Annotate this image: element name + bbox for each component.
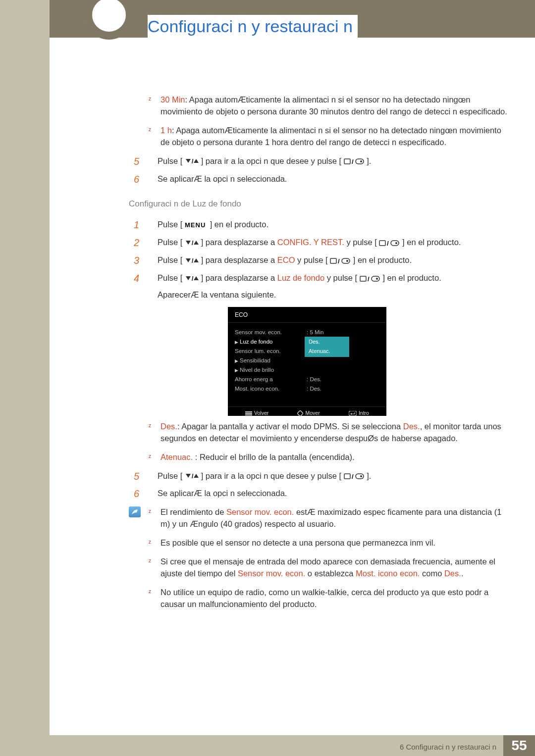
osd-row-label: Sensor lum. econ. — [235, 346, 307, 356]
step-number: 4 — [134, 271, 139, 286]
text: ] en el producto. — [382, 273, 441, 282]
svg-marker-15 — [186, 258, 191, 262]
svg-text:/: / — [352, 158, 354, 165]
text: ] para desplazarse a — [201, 238, 277, 247]
enter-source-icon: / — [344, 472, 365, 480]
text: ] en el producto. — [210, 220, 268, 229]
osd-row-label: ▶Nivel de brillo — [235, 365, 307, 375]
up-down-icon: / — [185, 158, 199, 165]
osd-row: ▶Luz de fondoDes. — [235, 337, 379, 347]
text: Pulse [ — [158, 273, 182, 282]
text: ] en el producto. — [402, 238, 461, 247]
bullet-mark: z — [149, 96, 151, 103]
osd-body: Sensor mov. econ.: 5 Min▶Luz de fondoDes… — [228, 323, 386, 407]
svg-point-14 — [395, 242, 397, 244]
text: ] para ir a la opci n que desee y pulse … — [201, 156, 341, 165]
osd-row-value: : Des. — [307, 374, 321, 385]
svg-rect-13 — [391, 241, 399, 246]
label: 30 Min — [160, 95, 185, 104]
text: Pulse [ — [158, 220, 182, 229]
osd-row-label: Ahorro energ a — [235, 374, 307, 385]
text: El rendimiento de — [160, 507, 226, 516]
svg-rect-5 — [356, 159, 364, 164]
svg-marker-10 — [194, 241, 199, 245]
osd-move: Mover — [297, 409, 320, 417]
svg-marker-8 — [186, 241, 191, 245]
label: Atenuac. — [160, 453, 193, 461]
text: ] para desplazarse a — [201, 255, 277, 264]
step-6b: 6 Se aplicarÆ la opci n seleccionada. — [129, 488, 510, 500]
step-6: 6 Se aplicarÆ la opci n seleccionada. — [129, 173, 510, 185]
text: ]. — [367, 156, 371, 165]
osd-row: Ahorro energ a: Des. — [235, 375, 379, 384]
osd-footer: Volver Mover Intro — [228, 407, 386, 419]
backlight-step-2: 2 Pulse [ / ] para desplazarse a CONFIG.… — [129, 237, 510, 249]
bullet-mark: z — [149, 126, 151, 134]
bullet-mark: z — [149, 508, 151, 515]
footer-chapter: 6 Configuraci n y restauraci n — [400, 743, 496, 751]
up-down-icon: / — [185, 275, 199, 282]
enter-icon — [349, 411, 357, 416]
svg-marker-24 — [194, 276, 199, 280]
osd-row-label: Most. icono econ. — [235, 384, 307, 394]
svg-rect-40 — [356, 474, 364, 479]
svg-text:/: / — [192, 257, 194, 264]
bullet-atenuac: z Atenuac. : Reducir el brillo de la pan… — [129, 452, 510, 463]
text: y pulse [ — [324, 273, 357, 282]
osd-enter: Intro — [349, 409, 369, 417]
text: Se aplicarÆ la opci n seleccionada. — [158, 174, 287, 183]
svg-rect-11 — [379, 241, 385, 246]
bullet-mark: z — [149, 557, 151, 565]
svg-marker-32 — [297, 410, 303, 416]
text: ] para desplazarse a — [201, 273, 277, 282]
label: Volver — [254, 409, 268, 417]
bullet-mark: z — [149, 588, 151, 596]
note-item: zNo utilice un equipo de radio, como un … — [129, 587, 510, 610]
text: o establezca — [305, 569, 356, 578]
osd-row-label: Sensor mov. econ. — [235, 327, 307, 338]
red-text: Des. — [403, 422, 420, 431]
enter-source-icon: / — [379, 239, 400, 247]
red-text: CONFIG. Y REST. — [277, 238, 344, 247]
svg-point-41 — [360, 475, 362, 477]
label: Des. — [160, 422, 177, 431]
text: : Apagar la pantalla y activar el modo D… — [177, 422, 403, 431]
svg-text:/: / — [387, 240, 389, 247]
note-block: zEl rendimiento de Sensor mov. econ. est… — [129, 506, 510, 610]
bullet-mark: z — [149, 453, 151, 460]
notes-list: zEl rendimiento de Sensor mov. econ. est… — [129, 506, 510, 610]
backlight-step-3: 3 Pulse [ / ] para desplazarse a ECO y p… — [129, 254, 510, 266]
svg-rect-38 — [344, 474, 350, 479]
osd-row: Most. icono econ.: Des. — [235, 384, 379, 394]
section-heading: Configuraci n de Luz de fondo — [129, 198, 510, 210]
text: Es posible que el sensor no detecte a un… — [160, 538, 435, 547]
svg-marker-35 — [186, 474, 191, 478]
svg-text:/: / — [352, 473, 354, 480]
bullet-des: z Des.: Apagar la pantalla y activar el … — [129, 421, 510, 445]
red-text: ECO — [277, 255, 295, 264]
step-5b: 5 Pulse [ / ] para ir a la opci n que de… — [129, 470, 510, 482]
svg-rect-31 — [245, 414, 252, 415]
text: y pulse [ — [295, 255, 328, 264]
step-number: 3 — [134, 253, 139, 268]
svg-marker-2 — [194, 159, 199, 163]
svg-point-28 — [376, 278, 378, 280]
backlight-step-4: 4 Pulse [ / ] para desplazarse a Luz de … — [129, 272, 510, 301]
label: Mover — [305, 409, 320, 417]
text: como — [420, 569, 444, 578]
bullet-mark: z — [149, 539, 151, 546]
text: Pulse [ — [158, 238, 182, 247]
text: ] en el producto. — [353, 255, 412, 264]
red-text: Sensor mov. econ. — [226, 507, 294, 516]
svg-marker-34 — [350, 413, 352, 415]
text: ] para ir a la opci n que desee y pulse … — [201, 471, 341, 480]
text: : Apaga automÆticamente la alimentaci n … — [160, 95, 507, 116]
step-number: 5 — [134, 154, 139, 169]
enter-source-icon: / — [344, 157, 365, 165]
page-title: Configuraci n y restauraci n — [148, 15, 358, 38]
enter-source-icon: / — [330, 257, 351, 265]
svg-rect-25 — [360, 276, 366, 281]
svg-rect-3 — [344, 159, 350, 164]
note-item: zEl rendimiento de Sensor mov. econ. est… — [129, 506, 510, 530]
text: . — [461, 569, 464, 578]
